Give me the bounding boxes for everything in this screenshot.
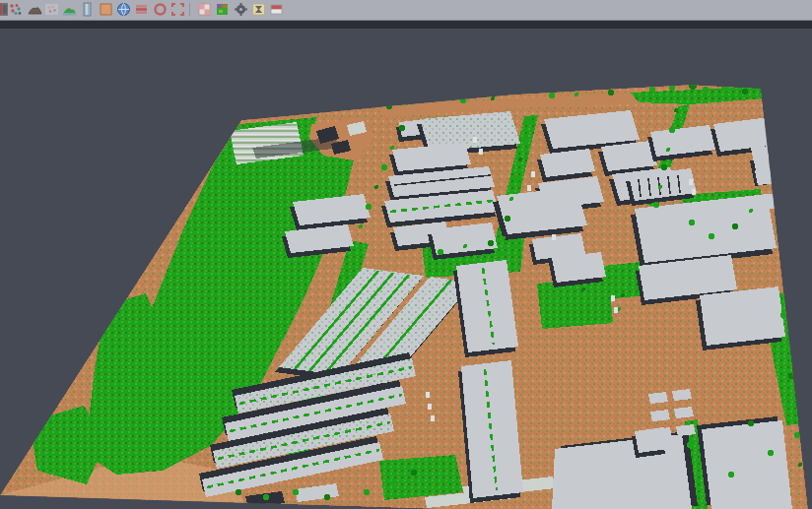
texture-icon[interactable] [197,2,212,17]
point-cloud-icon[interactable] [8,2,23,17]
toolbar [0,0,812,21]
sparse-points-icon[interactable] [44,2,59,17]
classification-icon[interactable] [215,2,230,17]
app-window [0,0,812,509]
profile-icon[interactable] [80,2,95,17]
globe-icon[interactable] [116,2,131,17]
surface-model-icon[interactable] [62,2,77,17]
viewport-3d[interactable] [0,0,812,509]
survey-tool-icon[interactable] [251,2,266,17]
settings-gear-icon[interactable] [234,2,248,17]
circle-tool-icon[interactable] [153,2,168,17]
viewport-top-shade [0,21,812,29]
toolbar-separator [189,3,190,16]
layers-icon[interactable] [134,2,149,17]
orthophoto-icon[interactable] [99,2,113,17]
terrain-scene [0,0,812,509]
export-icon[interactable] [269,2,284,17]
selection-bounds-icon[interactable] [170,2,185,17]
terrain-model-icon[interactable] [28,2,42,17]
